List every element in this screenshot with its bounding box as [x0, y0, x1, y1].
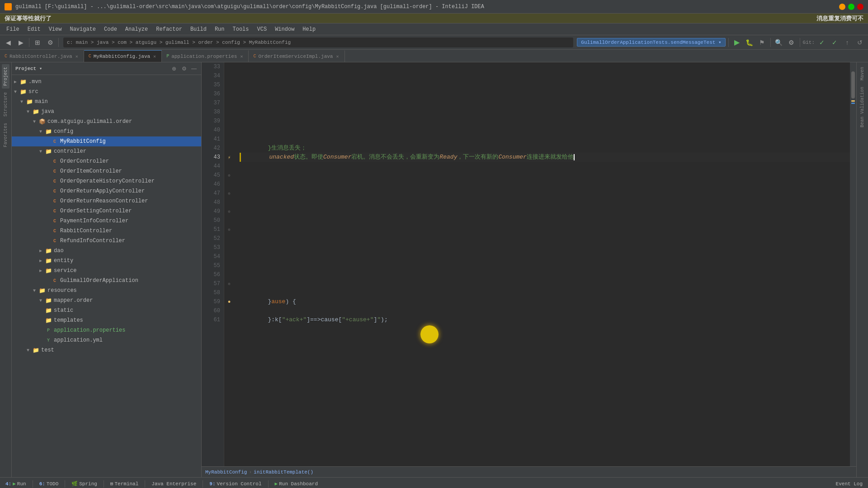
maximize-button[interactable]: [848, 4, 854, 10]
tab-icon-appprops: P: [166, 54, 169, 59]
git-push[interactable]: ↑: [842, 37, 853, 48]
panel-settings-btn[interactable]: ⚙: [180, 65, 188, 72]
menu-refactor[interactable]: Refactor: [152, 25, 186, 33]
search-everywhere[interactable]: 🔍: [774, 37, 784, 48]
tree-item-orderreasonctrl[interactable]: ▶ C OrderReturnReasonController: [12, 196, 201, 206]
tree-item-mvn[interactable]: ▶ 📁 .mvn: [12, 77, 201, 87]
tree-item-service[interactable]: ▶ 📁 service: [12, 266, 201, 276]
menu-run[interactable]: Run: [211, 25, 228, 33]
menu-edit[interactable]: Edit: [24, 25, 44, 33]
toolbar-recentfiles[interactable]: ⊞: [32, 37, 43, 48]
bnav-method[interactable]: initRabbitTemplate(): [254, 469, 313, 475]
tree-item-controller[interactable]: ▼ 📁 controller: [12, 146, 201, 156]
tree-item-rabbitctrl[interactable]: ▶ C RabbitController: [12, 226, 201, 236]
git-commit[interactable]: ✓: [829, 37, 840, 48]
tree-item-ordersettingctrl[interactable]: ▶ C OrderSettingController: [12, 206, 201, 216]
menu-vcs[interactable]: VCS: [254, 25, 271, 33]
tree-item-paymentctrl[interactable]: ▶ C PaymentInfoController: [12, 216, 201, 226]
menu-help[interactable]: Help: [299, 25, 319, 33]
close-button[interactable]: [857, 4, 863, 10]
menu-code[interactable]: Code: [100, 25, 121, 33]
tree-item-myrabbitconfig[interactable]: ▶ C MyRabbitConfig: [12, 136, 201, 146]
code-line-41: [240, 135, 850, 144]
debug-button[interactable]: 🐛: [744, 37, 755, 48]
menu-build[interactable]: Build: [187, 25, 210, 33]
tree-item-orderreturnctrl[interactable]: ▶ C OrderReturnApplyController: [12, 186, 201, 196]
fold-icon-49[interactable]: ⊙: [228, 209, 230, 214]
btb-todo[interactable]: 6: TODO: [36, 480, 62, 488]
tree-item-static[interactable]: ▶ 📁 static: [12, 305, 201, 315]
vtab-beanvalidation[interactable]: Bean Validation: [859, 84, 866, 130]
tab-close-myrabbit[interactable]: ✕: [152, 54, 157, 59]
vtab-maven[interactable]: Maven: [859, 64, 866, 83]
vtab-project[interactable]: Project: [2, 64, 9, 89]
btb-run[interactable]: 4: ▶ Run: [2, 480, 30, 488]
tree-item-orderitemctrl[interactable]: ▶ C OrderItemController: [12, 166, 201, 176]
tree-item-refundctrl[interactable]: ▶ C RefundInfoController: [12, 236, 201, 246]
right-scrollbar[interactable]: [850, 62, 856, 466]
btb-eventlog[interactable]: Event Log: [832, 480, 866, 488]
tree-item-java[interactable]: ▼ 📁 java: [12, 107, 201, 117]
line-47: 47: [203, 189, 220, 198]
project-panel: Project ▾ ⊕ ⚙ — ▶ 📁 .mvn ▼ 📁 sr: [12, 62, 202, 477]
tree-item-mapper[interactable]: ▼ 📁 mapper.order: [12, 296, 201, 305]
vtab-favorites[interactable]: Favorites: [2, 120, 9, 150]
btb-javaee[interactable]: Java Enterprise: [148, 480, 200, 488]
tree-item-orderoperatectrl[interactable]: ▶ C OrderOperateHistoryController: [12, 176, 201, 186]
menu-file[interactable]: File: [3, 25, 23, 33]
fold-icon-57[interactable]: ⊙: [228, 282, 230, 286]
fold-icon-45[interactable]: ⊙: [228, 173, 230, 178]
btb-terminal[interactable]: ⊞ Terminal: [107, 480, 142, 488]
fold-icon-51[interactable]: ⊙: [228, 227, 230, 232]
panel-sync-btn[interactable]: ⊕: [170, 65, 178, 72]
tree-item-resources[interactable]: ▼ 📁 resources: [12, 286, 201, 296]
code-area[interactable]: 33 34 35 36 37 38 39 40 41 42 43 44 45 4…: [202, 62, 856, 466]
tab-close-orderitem[interactable]: ✕: [335, 54, 340, 59]
menu-tools[interactable]: Tools: [229, 25, 253, 33]
tree-item-ordercontroller[interactable]: ▶ C OrderController: [12, 156, 201, 166]
tab-label-myrabbit: MyRabbitConfig.java: [94, 54, 150, 59]
btb-rundashboard[interactable]: ▶ Run Dashboard: [271, 480, 321, 488]
tree-item-appprops[interactable]: ▶ P application.properties: [12, 325, 201, 335]
settings-button[interactable]: ⚙: [786, 37, 797, 48]
toolbar-forward[interactable]: ▶: [15, 37, 26, 48]
code-content[interactable]: }生消息丢失； unacked状态。即使Consumer宕机。消息不会丢失，会重…: [234, 62, 850, 466]
tab-myrabbitconfig[interactable]: C MyRabbitConfig.java ✕: [84, 50, 162, 62]
bnav-myrabbitconfig[interactable]: MyRabbitConfig: [205, 469, 247, 475]
tree-item-dao[interactable]: ▶ 📁 dao: [12, 246, 201, 256]
scroll-thumb[interactable]: [851, 71, 855, 99]
line-36: 36: [203, 89, 220, 99]
tree-item-pkg[interactable]: ▼ 📦 com.atguigu.gulimall.order: [12, 117, 201, 127]
btb-spring[interactable]: 🌿 Spring: [68, 480, 101, 488]
git-update[interactable]: ✓: [816, 37, 827, 48]
git-rollback[interactable]: ↺: [854, 37, 865, 48]
vtab-structure[interactable]: Structure: [2, 89, 9, 119]
tab-close-appprops[interactable]: ✕: [239, 54, 244, 59]
tree-item-templates[interactable]: ▶ 📁 templates: [12, 315, 201, 325]
tree-item-main[interactable]: ▼ 📁 main: [12, 97, 201, 107]
tab-close-rabbit[interactable]: ✕: [75, 54, 79, 59]
menu-navigate[interactable]: Navigate: [66, 25, 99, 33]
panel-gear-btn[interactable]: —: [190, 65, 198, 72]
toolbar-back[interactable]: ◀: [3, 37, 14, 48]
tree-item-src[interactable]: ▼ 📁 src: [12, 87, 201, 97]
toolbar-settings[interactable]: ⚙: [45, 37, 56, 48]
tab-appprops[interactable]: P application.properties ✕: [162, 50, 249, 62]
tree-item-application[interactable]: ▶ C GulimallOrderApplication: [12, 276, 201, 286]
btb-vcs[interactable]: 9: Version Control: [206, 480, 265, 488]
tree-item-config[interactable]: ▼ 📁 config: [12, 127, 201, 136]
run-button[interactable]: ▶: [731, 37, 742, 48]
tab-orderitem[interactable]: C OrderItemServiceImpl.java ✕: [249, 50, 344, 62]
fold-icon-47[interactable]: ⊙: [228, 191, 230, 196]
minimize-button[interactable]: [839, 4, 845, 10]
run-config-dropdown[interactable]: GulimallOrderApplicationTests.sendMessag…: [577, 38, 725, 47]
gutter-35: [224, 80, 234, 89]
tree-item-appyml[interactable]: ▶ Y application.yml: [12, 335, 201, 345]
menu-analyze[interactable]: Analyze: [122, 25, 151, 33]
menu-window[interactable]: Window: [271, 25, 298, 33]
coverage-button[interactable]: ⚑: [757, 37, 768, 48]
menu-view[interactable]: View: [45, 25, 66, 33]
tab-rabbitcontroller[interactable]: C RabbitController.java ✕: [0, 50, 84, 62]
tree-item-test[interactable]: ▼ 📁 test: [12, 345, 201, 355]
tree-item-entity[interactable]: ▶ 📁 entity: [12, 256, 201, 266]
